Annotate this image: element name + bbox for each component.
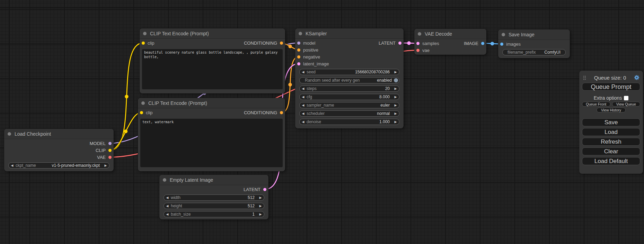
node-title-bar[interactable]: Save Image bbox=[498, 29, 570, 40]
stepper-left-arrow-icon[interactable]: ◀ bbox=[9, 164, 16, 167]
widget-seed[interactable]: ◀seed156680208700286▶ bbox=[299, 69, 399, 75]
input-slot-negative[interactable]: negative bbox=[295, 54, 320, 60]
widget-ckpt-name[interactable]: ◀ckpt_namev1-5-pruned-emaonly.ckpt▶ bbox=[8, 162, 109, 169]
input-slot-clip[interactable]: clip bbox=[140, 40, 155, 46]
collapse-dot-icon[interactable] bbox=[418, 32, 421, 36]
input-slot-clip[interactable]: clip bbox=[138, 110, 153, 115]
collapse-dot-icon[interactable] bbox=[143, 32, 147, 35]
queue-prompt-button[interactable]: Queue Prompt bbox=[582, 83, 640, 91]
output-slot-vae[interactable]: VAE bbox=[97, 155, 114, 160]
input-slot-positive[interactable]: positive bbox=[295, 47, 318, 53]
input-slot-images[interactable]: images bbox=[498, 42, 521, 47]
prompt-textarea[interactable]: text, watermark bbox=[140, 119, 283, 167]
stepper-left-arrow-icon[interactable]: ◀ bbox=[300, 112, 307, 115]
node-empty-latent-image[interactable]: Empty Latent ImageLATENT◀width512▶◀heigh… bbox=[159, 175, 268, 219]
stepper-left-arrow-icon[interactable]: ◀ bbox=[300, 70, 307, 74]
load-default-button[interactable]: Load Default bbox=[582, 157, 640, 165]
node-ksampler[interactable]: KSamplermodelLATENTpositivenegativelaten… bbox=[295, 28, 404, 128]
load-button[interactable]: Load bbox=[582, 128, 640, 136]
stepper-right-arrow-icon[interactable]: ▶ bbox=[257, 196, 264, 199]
slot-dot[interactable] bbox=[140, 111, 143, 114]
stepper-right-arrow-icon[interactable]: ▶ bbox=[102, 164, 109, 167]
input-slot-vae[interactable]: vae bbox=[414, 48, 430, 53]
output-slot-image[interactable]: IMAGE bbox=[464, 41, 486, 46]
slot-dot[interactable] bbox=[263, 188, 266, 191]
queue-front-button[interactable]: Queue Front bbox=[582, 102, 610, 107]
refresh-button[interactable]: Refresh bbox=[582, 138, 640, 146]
widget-scheduler[interactable]: ◀schedulernormal▶ bbox=[299, 110, 399, 117]
collapse-dot-icon[interactable] bbox=[299, 32, 302, 35]
collapse-dot-icon[interactable] bbox=[141, 101, 145, 105]
node-title-bar[interactable]: CLIP Text Encode (Prompt) bbox=[138, 98, 285, 108]
slot-dot[interactable] bbox=[297, 55, 300, 58]
settings-gear-icon[interactable] bbox=[634, 75, 639, 80]
output-slot-latent[interactable]: LATENT bbox=[379, 40, 404, 46]
slot-dot[interactable] bbox=[416, 49, 420, 52]
node-title-bar[interactable]: Empty Latent Image bbox=[159, 175, 268, 185]
stepper-right-arrow-icon[interactable]: ▶ bbox=[392, 95, 399, 99]
widget-filename-prefix[interactable]: filename_prefixComfyUI bbox=[502, 49, 566, 55]
node-clip-text-encode-negative[interactable]: CLIP Text Encode (Prompt)clipCONDITIONIN… bbox=[138, 98, 285, 171]
widget-random-seed-after-every-gen[interactable]: Random seed after every genenabled bbox=[299, 77, 399, 83]
save-button[interactable]: Save bbox=[582, 118, 640, 126]
node-title-bar[interactable]: Load Checkpoint bbox=[4, 129, 114, 139]
slot-dot[interactable] bbox=[142, 42, 145, 45]
stepper-right-arrow-icon[interactable]: ▶ bbox=[257, 213, 264, 216]
collapse-dot-icon[interactable] bbox=[163, 178, 166, 182]
stepper-left-arrow-icon[interactable]: ◀ bbox=[164, 204, 171, 208]
stepper-left-arrow-icon[interactable]: ◀ bbox=[300, 120, 307, 124]
stepper-right-arrow-icon[interactable]: ▶ bbox=[392, 120, 399, 124]
slot-dot[interactable] bbox=[280, 42, 283, 45]
node-save-image[interactable]: Save Imageimagesfilename_prefixComfyUI bbox=[498, 29, 570, 58]
output-slot-conditioning[interactable]: CONDITIONING bbox=[244, 40, 285, 46]
node-clip-text-encode-positive[interactable]: CLIP Text Encode (Prompt)clipCONDITIONIN… bbox=[140, 28, 285, 93]
node-vae-decode[interactable]: VAE DecodesamplesIMAGEvae bbox=[414, 29, 486, 55]
node-title-bar[interactable]: CLIP Text Encode (Prompt) bbox=[140, 28, 285, 39]
output-slot-latent[interactable]: LATENT bbox=[244, 187, 268, 192]
slot-dot[interactable] bbox=[500, 43, 503, 46]
widget-steps[interactable]: ◀steps20▶ bbox=[299, 85, 399, 92]
widget-batch-size[interactable]: ◀batch_size1▶ bbox=[164, 211, 264, 217]
view-history-button[interactable]: View History bbox=[597, 108, 626, 112]
stepper-left-arrow-icon[interactable]: ◀ bbox=[164, 213, 171, 216]
stepper-right-arrow-icon[interactable]: ▶ bbox=[392, 70, 399, 74]
slot-dot[interactable] bbox=[297, 48, 300, 52]
widget-sampler-name[interactable]: ◀sampler_nameeuler▶ bbox=[299, 102, 399, 108]
widget-cfg[interactable]: ◀cfg8.000▶ bbox=[299, 94, 399, 100]
slot-dot[interactable] bbox=[108, 156, 112, 159]
slot-dot[interactable] bbox=[481, 42, 484, 45]
stepper-left-arrow-icon[interactable]: ◀ bbox=[300, 103, 307, 107]
output-slot-model[interactable]: MODEL bbox=[90, 141, 114, 146]
graph-canvas[interactable]: Load CheckpointMODELCLIPVAE◀ckpt_namev1-… bbox=[0, 0, 644, 244]
prompt-textarea[interactable]: beautiful scenery nature glass bottle la… bbox=[142, 49, 283, 89]
slot-dot[interactable] bbox=[280, 111, 283, 114]
slot-dot[interactable] bbox=[416, 42, 420, 45]
stepper-left-arrow-icon[interactable]: ◀ bbox=[300, 95, 307, 99]
node-title-bar[interactable]: KSampler bbox=[295, 28, 404, 39]
stepper-right-arrow-icon[interactable]: ▶ bbox=[257, 204, 264, 208]
clear-button[interactable]: Clear bbox=[582, 147, 640, 155]
slot-dot[interactable] bbox=[297, 42, 300, 45]
menu-drag-handle[interactable] bbox=[583, 75, 586, 80]
node-load-checkpoint[interactable]: Load CheckpointMODELCLIPVAE◀ckpt_namev1-… bbox=[4, 129, 114, 171]
stepper-right-arrow-icon[interactable]: ▶ bbox=[392, 87, 399, 90]
node-title-bar[interactable]: VAE Decode bbox=[414, 29, 486, 39]
extra-options-checkbox[interactable] bbox=[624, 96, 628, 100]
toggle-dot[interactable] bbox=[394, 78, 398, 82]
view-queue-button[interactable]: View Queue bbox=[612, 102, 641, 107]
slot-dot[interactable] bbox=[398, 42, 402, 45]
widget-height[interactable]: ◀height512▶ bbox=[164, 203, 264, 209]
widget-width[interactable]: ◀width512▶ bbox=[164, 195, 264, 201]
collapse-dot-icon[interactable] bbox=[502, 33, 505, 36]
input-slot-model[interactable]: model bbox=[295, 40, 315, 46]
stepper-right-arrow-icon[interactable]: ▶ bbox=[392, 103, 399, 107]
output-slot-clip[interactable]: CLIP bbox=[96, 148, 114, 153]
input-slot-samples[interactable]: samples bbox=[414, 41, 439, 46]
slot-dot[interactable] bbox=[297, 62, 300, 65]
slot-dot[interactable] bbox=[108, 149, 112, 152]
collapse-dot-icon[interactable] bbox=[8, 132, 11, 136]
stepper-left-arrow-icon[interactable]: ◀ bbox=[164, 196, 171, 199]
input-slot-latent_image[interactable]: latent_image bbox=[295, 61, 329, 66]
stepper-left-arrow-icon[interactable]: ◀ bbox=[300, 87, 307, 90]
widget-denoise[interactable]: ◀denoise1.000▶ bbox=[299, 119, 399, 125]
